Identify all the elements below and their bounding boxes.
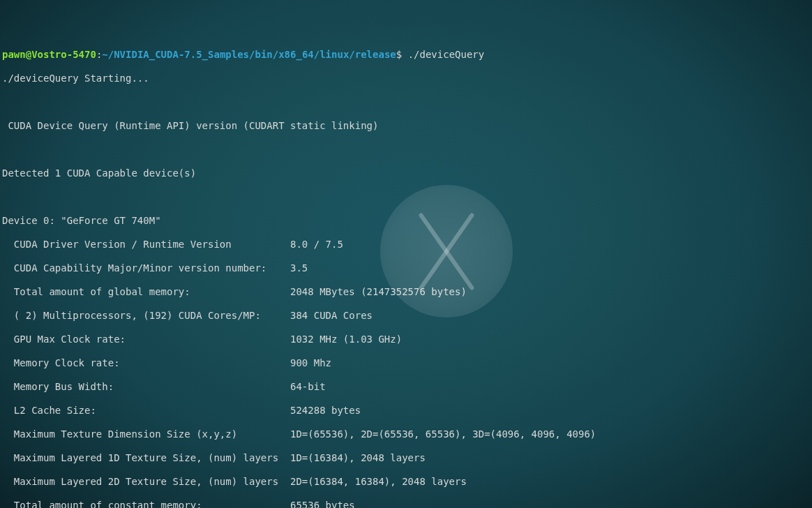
prompt-host: Vostro-5470 — [31, 49, 96, 60]
output-blank — [2, 96, 810, 108]
command-text: ./deviceQuery — [408, 49, 485, 60]
output-line: Total amount of constant memory: 65536 b… — [2, 500, 810, 508]
prompt-dollar: $ — [396, 49, 402, 60]
prompt-path: ~/NVIDIA_CUDA-7.5_Samples/bin/x86_64/lin… — [102, 49, 396, 60]
output-line: Detected 1 CUDA Capable device(s) — [2, 167, 810, 179]
output-line: ( 2) Multiprocessors, (192) CUDA Cores/M… — [2, 310, 810, 322]
output-blank — [2, 191, 810, 203]
output-line: Maximum Layered 2D Texture Size, (num) l… — [2, 476, 810, 488]
output-line: CUDA Capability Major/Minor version numb… — [2, 262, 810, 274]
prompt-user: pawn — [2, 49, 26, 60]
output-line: Memory Clock rate: 900 Mhz — [2, 357, 810, 369]
output-line: Maximum Texture Dimension Size (x,y,z) 1… — [2, 428, 810, 440]
output-line: Total amount of global memory: 2048 MByt… — [2, 286, 810, 298]
output-line: L2 Cache Size: 524288 bytes — [2, 405, 810, 417]
output-line: Device 0: "GeForce GT 740M" — [2, 215, 810, 227]
output-blank — [2, 144, 810, 156]
output-line: Maximum Layered 1D Texture Size, (num) l… — [2, 452, 810, 464]
terminal[interactable]: pawn@Vostro-5470:~/NVIDIA_CUDA-7.5_Sampl… — [0, 0, 812, 508]
output-line: GPU Max Clock rate: 1032 MHz (1.03 GHz) — [2, 334, 810, 345]
prompt-line-1: pawn@Vostro-5470:~/NVIDIA_CUDA-7.5_Sampl… — [2, 49, 810, 61]
output-line: ./deviceQuery Starting... — [2, 73, 810, 84]
output-line: CUDA Device Query (Runtime API) version … — [2, 120, 810, 132]
output-line: CUDA Driver Version / Runtime Version 8.… — [2, 239, 810, 251]
prompt-at: @ — [26, 49, 31, 60]
output-line: Memory Bus Width: 64-bit — [2, 381, 810, 393]
